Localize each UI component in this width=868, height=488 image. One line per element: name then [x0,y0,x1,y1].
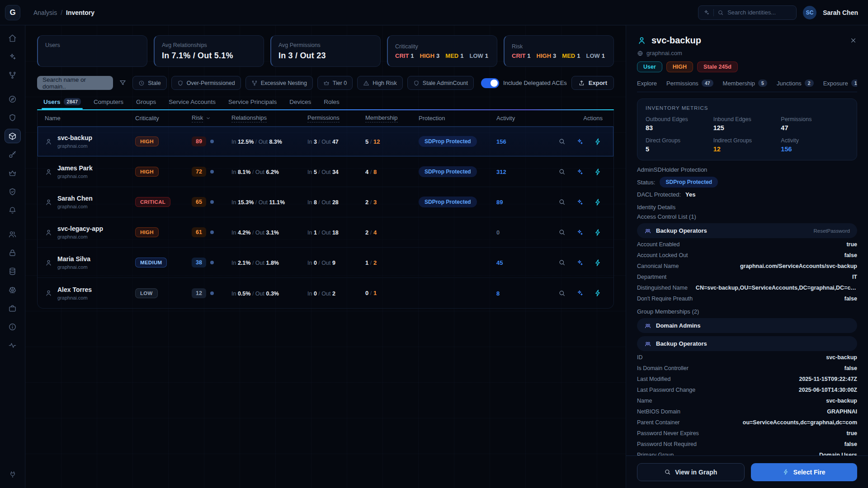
tab-users[interactable]: Users2847 [43,98,81,109]
kv-last-password-change: Last Password Change2025-06-10T14:30:00Z [637,387,857,398]
activity-cell: 45 [489,258,528,267]
sidebar-item-activity[interactable] [5,338,21,352]
sidebar-item-lock[interactable] [5,245,21,260]
row-inspect-button[interactable] [558,138,566,145]
tab-groups[interactable]: Groups [136,99,156,109]
sidebar-item-unplug[interactable] [5,467,21,482]
sidebar-item-scale[interactable] [5,282,21,297]
sidebar-item-key[interactable] [5,147,21,162]
toggle-switch[interactable] [481,78,499,88]
tab-devices[interactable]: Devices [289,99,311,109]
column-header-membership[interactable]: Membership [358,114,411,122]
avatar[interactable]: SC [803,6,816,19]
person-icon [45,138,52,145]
column-header-activity: Activity [489,115,528,122]
table-search-input[interactable]: Search name or domain.. [37,76,113,90]
column-header-relationships[interactable]: Relationships [224,114,300,122]
table-row-Maria Silva[interactable]: Maria Silvagraphnai.comMEDIUM38In 2.1% /… [38,248,613,278]
column-header-protection: Protection [411,115,489,122]
close-icon[interactable] [849,37,857,44]
delegated-aces-toggle[interactable]: Include Delegated ACEs [481,78,567,88]
breadcrumb-separator: / [61,9,62,16]
panel-tab-permissions[interactable]: Permissions47 [666,80,713,87]
row-attack-path-button[interactable] [594,138,602,145]
row-name: Maria Silva [57,255,90,263]
shield-icon [177,80,184,86]
row-explore-button[interactable] [576,198,584,206]
sidebar-item-briefcase[interactable] [5,301,21,315]
name-cell: Alex Torresgraphnai.com [38,286,128,300]
group-memberships-label: Group Memberships (2) [637,308,857,315]
table-row-Sarah Chen[interactable]: Sarah Chengraphnai.comCRITICAL65In 15.3%… [38,187,613,217]
tab-service-accounts[interactable]: Service Accounts [169,99,216,109]
sidebar-item-radar[interactable] [5,92,21,106]
filter-chip-over-permissioned[interactable]: Over-Permissioned [171,76,241,90]
sidebar-item-database[interactable] [5,264,21,278]
row-inspect-button[interactable] [558,259,566,266]
table-row-svc-legacy-app[interactable]: svc-legacy-appgraphnai.comHIGH61In 4.2% … [38,217,613,248]
row-attack-path-button[interactable] [594,168,602,176]
filter-chip-high-risk[interactable]: High Risk [357,76,403,90]
filter-chip-tier-0[interactable]: Tier 0 [317,76,353,90]
row-inspect-button[interactable] [558,290,566,297]
row-explore-button[interactable] [576,289,584,297]
filter-chip-excessive-nesting[interactable]: Excessive Nesting [245,76,313,90]
app-logo[interactable]: G [5,5,20,20]
membership-cell: 1 / 2 [358,259,411,266]
group-icon [644,227,651,235]
row-explore-button[interactable] [576,259,584,267]
export-button[interactable]: Export [571,76,614,90]
panel-domain: graphnai.com [646,50,682,56]
table-row-svc-backup[interactable]: svc-backupgraphnai.comHIGH89In 12.5% / O… [38,127,613,157]
row-attack-path-button[interactable] [594,289,602,297]
row-explore-button[interactable] [576,138,584,145]
sidebar-item-info[interactable] [5,319,21,334]
membership-cell: 2 / 3 [358,199,411,206]
group-row-backup-operators[interactable]: Backup OperatorsResetPassword [637,223,857,238]
sidebar-item-sparkles[interactable] [5,49,21,64]
sidebar-item-users[interactable] [5,227,21,241]
name-cell: James Parkgraphnai.com [38,164,128,179]
row-explore-button[interactable] [576,168,584,176]
row-attack-path-button[interactable] [594,259,602,267]
row-inspect-button[interactable] [558,168,566,175]
filter-chip-stale-admincount[interactable]: Stale AdminCount [407,76,474,90]
row-attack-path-button[interactable] [594,198,602,206]
sidebar-item-bell[interactable] [5,203,21,217]
panel-tab-exposure[interactable]: Exposure1 [823,80,857,87]
panel-tab-explore[interactable]: Explore [637,80,657,87]
table-row-James Park[interactable]: James Parkgraphnai.comHIGH72In 8.1% / Ou… [38,157,613,187]
panel-tab-membership[interactable]: Membership5 [723,80,767,87]
global-search-input[interactable]: Search identities... [698,5,797,20]
tab-roles[interactable]: Roles [324,99,340,109]
group-row-backup-operators[interactable]: Backup Operators [637,336,857,351]
level-crit: CRIT1 [512,52,531,59]
criticality-badge: HIGH [135,227,159,237]
sidebar-item-home[interactable] [5,31,21,45]
row-inspect-button[interactable] [558,229,566,236]
table-row-Alex Torres[interactable]: Alex Torresgraphnai.comLOW12In 0.5% / Ou… [38,278,613,308]
criticality-cell: HIGH [128,167,184,177]
sidebar-item-network[interactable] [5,68,21,82]
kv-password-never-expires: Password Never Expirestrue [637,430,857,441]
row-attack-path-button[interactable] [594,229,602,236]
panel-tabs: ExplorePermissions47Membership5Junctions… [637,80,857,92]
row-explore-button[interactable] [576,229,584,236]
sidebar-item-inventory-box[interactable] [5,129,21,143]
tab-computers[interactable]: Computers [94,99,123,109]
funnel-icon[interactable] [118,79,128,87]
column-header-permissions[interactable]: Permissions [300,114,358,122]
row-inspect-button[interactable] [558,198,566,206]
column-header-risk[interactable]: Risk [184,114,224,122]
select-fire-button[interactable]: Select Fire [751,463,858,481]
panel-tab-junctions[interactable]: Junctions2 [777,80,814,87]
breadcrumb-parent[interactable]: Analysis [33,9,57,16]
sidebar-item-shield[interactable] [5,110,21,125]
filter-chip-stale[interactable]: Stale [132,76,167,90]
tab-service-principals[interactable]: Service Principals [228,99,277,109]
group-row-domain-admins[interactable]: Domain Admins [637,318,857,333]
sparkles-icon [8,52,17,61]
sidebar-item-crown[interactable] [5,166,21,180]
sidebar-item-shield-check[interactable] [5,184,21,199]
view-in-graph-button[interactable]: View in Graph [637,463,745,481]
